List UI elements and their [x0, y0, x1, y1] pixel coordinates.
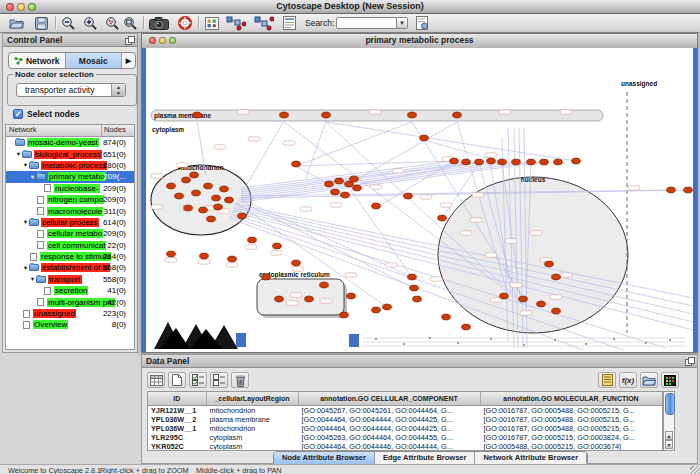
destroy-network-icon[interactable] [253, 15, 275, 31]
network-tree[interactable]: mosaic-demo-yeast874(0)▼biological_proce… [6, 137, 134, 331]
formula-builder-button[interactable]: f(x) [619, 372, 637, 388]
tree-row[interactable]: nitrogen compo209(0) [6, 194, 134, 205]
scroll-up-button[interactable]: ▲ [665, 431, 673, 440]
data-panel-float-icon[interactable] [685, 357, 694, 365]
tab-mosaic[interactable]: Mosaic [66, 53, 123, 68]
annotation-image-icon[interactable] [203, 15, 220, 31]
vizmapper-form-icon[interactable] [281, 15, 298, 31]
resize-grip[interactable] [690, 466, 700, 474]
scroll-down-button[interactable]: ▼ [665, 440, 673, 449]
tree-row[interactable]: ▼establishment of lo558(0) [6, 262, 134, 273]
tree-row[interactable]: ▼biological_process651(0) [6, 148, 134, 159]
leaf-icon [37, 196, 44, 204]
unassigned-region: unassigned [621, 80, 657, 333]
tree-row-label: macromolecule [47, 207, 103, 216]
svg-text:unassigned: unassigned [621, 80, 657, 88]
tree-row[interactable]: macromolecule311(0) [6, 205, 134, 216]
col-go-molecular-function[interactable]: annotation.GO MOLECULAR_FUNCTION [480, 392, 662, 406]
heatmap-matrix-button[interactable] [661, 372, 679, 388]
data-panel: Data Panel f(x) ID _cellularLayoutRegion… [141, 354, 698, 464]
view-zoom-button[interactable] [169, 37, 176, 44]
tab-overflow-arrow[interactable]: ▶ [122, 53, 135, 68]
zoom-button[interactable] [28, 3, 36, 11]
table-scrollbar[interactable]: ▲ ▼ [663, 391, 675, 451]
view-close-button[interactable] [149, 37, 156, 44]
view-minimize-button[interactable] [159, 37, 166, 44]
node-color-combo-value: transporter activity [25, 85, 94, 95]
tree-row[interactable]: cell communicat22(0) [6, 240, 134, 251]
tree-row[interactable]: response to stimulu264(0) [6, 251, 134, 262]
table-cell: [GO:0016787, GO:0005488, GO:0005215, G..… [480, 415, 662, 424]
tree-row[interactable]: ▼primary metabo209(... [6, 171, 134, 182]
table-cell: [GO:0044464, GO:0044444, GO:0044425, G..… [298, 424, 480, 433]
table-row[interactable]: YPL036W__1mitochondrion[GO:0044464, GO:0… [148, 424, 662, 433]
col-go-cellular-component[interactable]: annotation.GO CELLULAR_COMPONENT [298, 392, 480, 406]
tree-row-count: 22(0) [107, 241, 126, 250]
select-attributes-button[interactable] [189, 372, 207, 388]
col-cellular-layout-region[interactable]: _cellularLayoutRegion [206, 392, 298, 406]
tree-row-count: 280(0) [103, 161, 126, 170]
table-row[interactable]: YJR121W__1mitochondrion[GO:0045267, GO:0… [148, 406, 662, 416]
minimize-button[interactable] [17, 3, 25, 11]
attribute-mapping-button[interactable] [598, 372, 616, 388]
close-button[interactable] [6, 3, 14, 11]
expander-icon[interactable]: ▼ [22, 265, 29, 271]
table-cell: YLR295C [148, 433, 206, 442]
control-panel-header: Control Panel [3, 34, 137, 47]
tree-col-network[interactable]: Network [6, 125, 102, 136]
help-lifebuoy-icon[interactable] [176, 15, 193, 31]
expander-icon[interactable]: ▼ [29, 174, 36, 180]
new-attribute-button[interactable] [168, 372, 186, 388]
select-all-attributes-button[interactable] [147, 372, 165, 388]
tree-row[interactable]: nucleobase-209(0) [6, 183, 134, 194]
expander-icon[interactable]: ▼ [22, 162, 29, 168]
tree-row[interactable]: mosaic-demo-yeast874(0) [6, 137, 134, 148]
search-dropdown-button[interactable]: ▼ [396, 17, 408, 29]
zoom-in-icon[interactable] [82, 15, 99, 31]
tree-row[interactable]: ▼metabolic process280(0) [6, 160, 134, 171]
apply-layout-network-icon[interactable] [225, 15, 247, 31]
tree-row[interactable]: secretion41(0) [6, 285, 134, 296]
snapshot-camera-icon[interactable] [148, 15, 170, 31]
expander-icon[interactable]: ▼ [29, 276, 36, 282]
table-row[interactable]: YKR052Ccytoplasm[GO:0044464, GO:0044446,… [148, 442, 662, 451]
network-canvas[interactable]: plasma membrane cytoplasm mitochondrion … [146, 48, 693, 350]
search-config-icon[interactable] [414, 15, 431, 31]
expander-icon[interactable]: ▼ [22, 219, 29, 225]
node-color-combo[interactable]: transporter activity ▲▼ [16, 83, 126, 97]
tree-row[interactable]: Overview8(0) [6, 319, 134, 330]
tree-col-nodes[interactable]: Nodes [102, 125, 134, 136]
tree-row[interactable]: multi-organism pro42(0) [6, 296, 134, 307]
tree-row-count: 209(... [103, 172, 126, 181]
leaf-icon [30, 253, 37, 261]
attribute-table-body[interactable]: YJR121W__1mitochondrion[GO:0045267, GO:0… [148, 406, 662, 452]
table-row[interactable]: YPL036W__2plasma membrane[GO:0044464, GO… [148, 415, 662, 424]
tree-row-label: nucleobase- [54, 184, 100, 193]
zoom-out-icon[interactable] [60, 15, 77, 31]
table-row[interactable]: YLR295Ccytoplasm[GO:0045263, GO:0044464,… [148, 433, 662, 442]
tab-network[interactable]: Network [9, 53, 66, 68]
col-id[interactable]: ID [148, 392, 206, 406]
tree-row[interactable]: ▼transport558(0) [6, 274, 134, 285]
zoom-selected-icon[interactable] [104, 15, 121, 31]
tree-row-label: multi-organism pro [47, 298, 115, 307]
expander-icon[interactable]: ▼ [15, 151, 22, 157]
float-panel-icon[interactable] [125, 36, 134, 44]
scrollbar-thumb[interactable] [665, 393, 675, 415]
network-view-titlebar: primary metabolic process [142, 34, 697, 49]
table-cell: plasma membrane [206, 415, 298, 424]
unselect-attributes-button[interactable] [210, 372, 228, 388]
toolbar-separator [143, 16, 145, 29]
select-nodes-row: ✓ Select nodes [13, 109, 79, 119]
save-session-button[interactable] [33, 15, 50, 31]
open-file-button[interactable] [8, 15, 25, 31]
search-input[interactable] [336, 17, 398, 29]
tree-row[interactable]: unassigned223(0) [6, 308, 134, 319]
delete-attribute-trash-icon[interactable] [231, 372, 249, 388]
select-nodes-checkbox[interactable]: ✓ [13, 109, 23, 119]
import-table-folder-button[interactable] [640, 372, 658, 388]
tree-row-count: 558(0) [103, 275, 126, 284]
tree-row[interactable]: ▼cellular process614(0) [6, 217, 134, 228]
zoom-fit-icon[interactable] [122, 15, 139, 31]
tree-row[interactable]: cellular metabo209(0) [6, 228, 134, 239]
